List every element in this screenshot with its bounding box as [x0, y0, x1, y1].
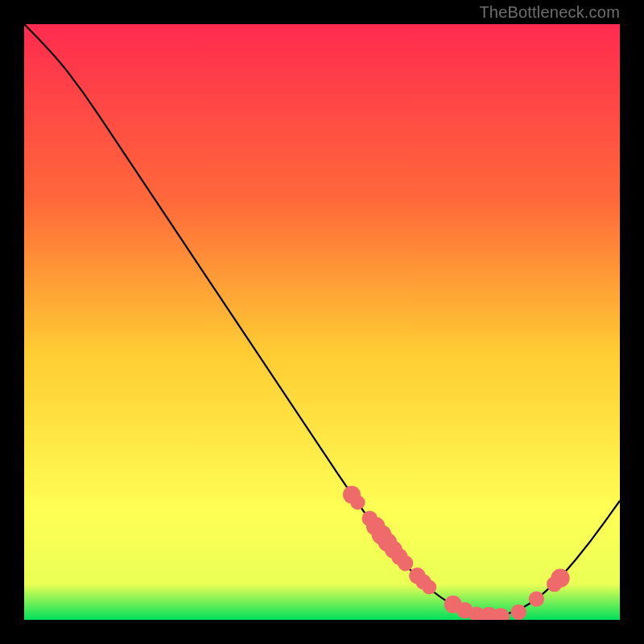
chart-frame: TheBottleneck.com	[0, 0, 644, 644]
plot-area	[24, 24, 620, 620]
data-marker	[529, 591, 544, 606]
data-marker	[350, 495, 365, 510]
data-marker	[511, 605, 526, 620]
data-markers	[343, 486, 570, 620]
data-marker	[551, 569, 569, 588]
bottleneck-curve	[24, 24, 620, 616]
curve-layer	[24, 24, 620, 620]
data-marker	[398, 555, 413, 571]
watermark-text: TheBottleneck.com	[479, 3, 620, 22]
data-marker	[422, 580, 436, 594]
